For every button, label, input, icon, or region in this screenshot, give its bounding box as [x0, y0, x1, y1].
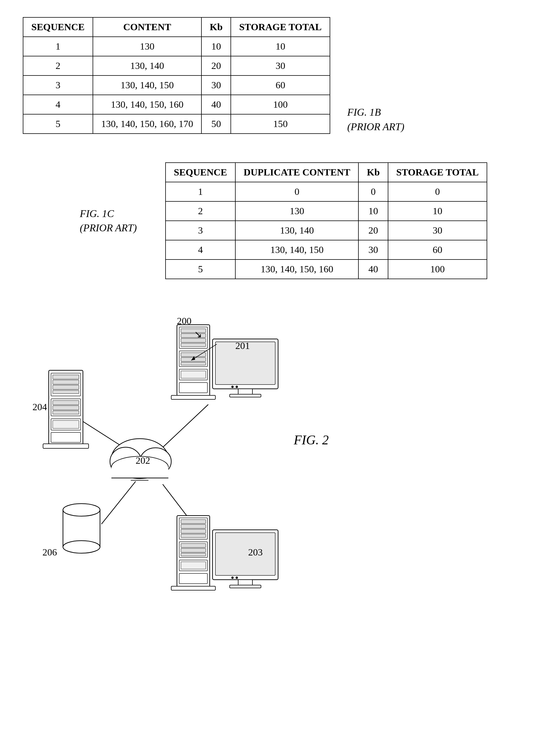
svg-point-66	[231, 576, 233, 579]
svg-line-0	[79, 419, 146, 461]
svg-rect-13	[53, 411, 79, 414]
svg-rect-54	[179, 542, 207, 557]
fig1c-col-sequence: SEQUENCE	[165, 163, 235, 182]
svg-rect-32	[213, 339, 278, 389]
fig1b-col-sequence: SEQUENCE	[23, 17, 93, 37]
fig2-section: 200 ↘ 201 202 204 203 206 FIG. 2	[23, 307, 536, 621]
svg-rect-49	[179, 518, 207, 539]
fig1c-label: FIG. 1C (PRIOR ART)	[80, 207, 142, 235]
svg-line-1	[160, 405, 208, 450]
svg-rect-60	[179, 573, 207, 584]
fig1c-section: FIG. 1C (PRIOR ART) SEQUENCE DUPLICATE C…	[80, 162, 536, 279]
table-row: 3130, 1402030	[165, 221, 487, 240]
fig1b-section: SEQUENCE CONTENT Kb STORAGE TOTAL 113010…	[23, 17, 536, 134]
svg-rect-5	[51, 373, 81, 396]
svg-rect-29	[181, 371, 206, 378]
svg-rect-61	[171, 586, 216, 590]
svg-rect-17	[43, 444, 89, 449]
svg-rect-64	[238, 580, 252, 586]
table-row: 4130, 140, 150, 16040100	[23, 95, 330, 114]
label-201: 201	[235, 340, 250, 351]
svg-rect-62	[213, 530, 278, 580]
table-row: 3130, 140, 1503060	[23, 75, 330, 95]
svg-line-3	[102, 481, 136, 524]
fig1c-col-dup-content: DUPLICATE CONTENT	[235, 163, 358, 182]
svg-rect-51	[181, 524, 206, 528]
svg-rect-56	[181, 548, 206, 552]
svg-point-37	[236, 386, 238, 388]
svg-rect-6	[53, 375, 79, 379]
svg-rect-55	[181, 544, 206, 548]
svg-point-39	[110, 447, 141, 476]
svg-rect-35	[230, 394, 261, 397]
svg-point-38	[111, 439, 169, 479]
svg-rect-10	[51, 399, 81, 416]
svg-rect-16	[51, 432, 81, 442]
svg-rect-26	[181, 358, 206, 362]
svg-rect-11	[53, 400, 79, 405]
svg-rect-57	[181, 553, 206, 556]
svg-rect-23	[181, 343, 206, 347]
svg-rect-8	[53, 385, 79, 389]
fig1b-table-wrapper: SEQUENCE CONTENT Kb STORAGE TOTAL 113010…	[23, 17, 330, 134]
database-206-group	[63, 504, 100, 553]
label-arrow-200: ↘	[194, 329, 202, 340]
label-204: 204	[32, 402, 47, 412]
svg-rect-9	[53, 390, 79, 394]
svg-rect-15	[53, 420, 79, 429]
svg-point-40	[140, 448, 171, 475]
server-201-group	[171, 325, 278, 399]
svg-rect-30	[179, 383, 207, 393]
svg-rect-27	[181, 362, 206, 365]
fig1b-table: SEQUENCE CONTENT Kb STORAGE TOTAL 113010…	[23, 17, 330, 134]
label-203: 203	[248, 547, 263, 557]
svg-point-67	[236, 576, 238, 579]
svg-rect-24	[179, 351, 207, 367]
svg-line-2	[163, 484, 200, 533]
fig1c-table-wrapper: SEQUENCE DUPLICATE CONTENT Kb STORAGE TO…	[165, 162, 487, 279]
svg-rect-31	[171, 395, 216, 399]
svg-rect-59	[181, 562, 206, 569]
svg-rect-20	[181, 329, 206, 333]
table-row: 11301010	[23, 37, 330, 56]
svg-rect-14	[51, 419, 81, 430]
svg-rect-18	[177, 325, 210, 396]
fig1c-col-storage: STORAGE TOTAL	[388, 163, 487, 182]
svg-marker-69	[191, 356, 195, 360]
svg-rect-21	[181, 334, 206, 338]
svg-rect-63	[216, 533, 275, 575]
label-202: 202	[136, 455, 150, 466]
fig2-title: FIG. 2	[293, 433, 329, 447]
label-206: 206	[42, 547, 57, 557]
svg-rect-25	[181, 353, 206, 357]
svg-point-41	[111, 456, 169, 478]
server-204-group	[43, 370, 89, 449]
fig1c-col-kb: Kb	[358, 163, 388, 182]
svg-rect-50	[181, 520, 206, 524]
fig1c-table: SEQUENCE DUPLICATE CONTENT Kb STORAGE TO…	[165, 162, 487, 279]
svg-rect-34	[238, 389, 252, 394]
table-row: 5130, 140, 150, 16040100	[165, 259, 487, 279]
svg-rect-19	[179, 327, 207, 348]
svg-rect-48	[177, 516, 210, 587]
svg-rect-65	[230, 585, 261, 588]
cloud-202-group	[110, 439, 171, 480]
svg-rect-22	[181, 338, 206, 342]
fig1b-col-content: CONTENT	[93, 17, 201, 37]
svg-rect-52	[181, 529, 206, 533]
svg-point-47	[63, 541, 100, 553]
svg-rect-28	[179, 369, 207, 380]
svg-point-36	[231, 386, 233, 388]
svg-rect-42	[111, 467, 169, 478]
svg-point-46	[63, 504, 100, 516]
svg-rect-58	[179, 560, 207, 571]
table-row: 4130, 140, 1503060	[165, 240, 487, 259]
svg-rect-53	[181, 534, 206, 537]
table-row: 2130, 1402030	[23, 56, 330, 75]
svg-rect-4	[49, 370, 83, 444]
label-200: 200	[177, 316, 192, 326]
fig2-diagram: 200 ↘ 201 202 204 203 206 FIG. 2	[23, 307, 536, 621]
table-row: 21301010	[165, 201, 487, 221]
server-203-group	[171, 516, 278, 590]
svg-rect-45	[63, 510, 100, 547]
